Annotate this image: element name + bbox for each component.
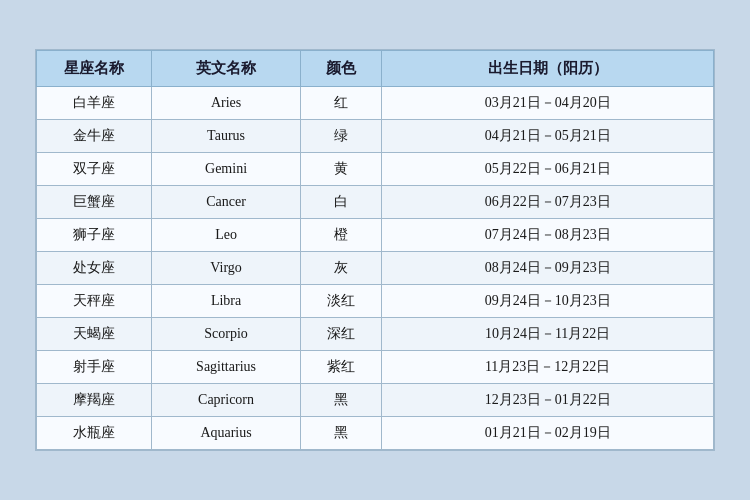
cell-color: 绿 xyxy=(301,120,382,153)
cell-zh: 狮子座 xyxy=(37,219,152,252)
cell-date: 11月23日－12月22日 xyxy=(382,351,714,384)
cell-color: 黄 xyxy=(301,153,382,186)
header-date: 出生日期（阳历） xyxy=(382,51,714,87)
table-row: 射手座Sagittarius紫红11月23日－12月22日 xyxy=(37,351,714,384)
cell-zh: 摩羯座 xyxy=(37,384,152,417)
cell-en: Leo xyxy=(152,219,301,252)
cell-en: Sagittarius xyxy=(152,351,301,384)
cell-date: 07月24日－08月23日 xyxy=(382,219,714,252)
cell-zh: 水瓶座 xyxy=(37,417,152,450)
cell-zh: 白羊座 xyxy=(37,87,152,120)
cell-en: Gemini xyxy=(152,153,301,186)
cell-color: 黑 xyxy=(301,417,382,450)
cell-zh: 巨蟹座 xyxy=(37,186,152,219)
table-row: 狮子座Leo橙07月24日－08月23日 xyxy=(37,219,714,252)
cell-color: 黑 xyxy=(301,384,382,417)
zodiac-table-container: 星座名称 英文名称 颜色 出生日期（阳历） 白羊座Aries红03月21日－04… xyxy=(35,49,715,451)
cell-date: 03月21日－04月20日 xyxy=(382,87,714,120)
header-zh: 星座名称 xyxy=(37,51,152,87)
cell-zh: 天蝎座 xyxy=(37,318,152,351)
cell-date: 01月21日－02月19日 xyxy=(382,417,714,450)
table-row: 天蝎座Scorpio深红10月24日－11月22日 xyxy=(37,318,714,351)
zodiac-table: 星座名称 英文名称 颜色 出生日期（阳历） 白羊座Aries红03月21日－04… xyxy=(36,50,714,450)
cell-en: Libra xyxy=(152,285,301,318)
cell-date: 12月23日－01月22日 xyxy=(382,384,714,417)
cell-date: 08月24日－09月23日 xyxy=(382,252,714,285)
cell-en: Aries xyxy=(152,87,301,120)
table-row: 处女座Virgo灰08月24日－09月23日 xyxy=(37,252,714,285)
cell-color: 红 xyxy=(301,87,382,120)
cell-color: 灰 xyxy=(301,252,382,285)
cell-zh: 金牛座 xyxy=(37,120,152,153)
cell-date: 06月22日－07月23日 xyxy=(382,186,714,219)
cell-date: 04月21日－05月21日 xyxy=(382,120,714,153)
cell-color: 深红 xyxy=(301,318,382,351)
cell-color: 紫红 xyxy=(301,351,382,384)
cell-en: Taurus xyxy=(152,120,301,153)
cell-zh: 处女座 xyxy=(37,252,152,285)
cell-date: 10月24日－11月22日 xyxy=(382,318,714,351)
table-row: 巨蟹座Cancer白06月22日－07月23日 xyxy=(37,186,714,219)
table-row: 白羊座Aries红03月21日－04月20日 xyxy=(37,87,714,120)
table-header-row: 星座名称 英文名称 颜色 出生日期（阳历） xyxy=(37,51,714,87)
cell-date: 09月24日－10月23日 xyxy=(382,285,714,318)
cell-en: Cancer xyxy=(152,186,301,219)
cell-color: 橙 xyxy=(301,219,382,252)
cell-en: Aquarius xyxy=(152,417,301,450)
cell-en: Capricorn xyxy=(152,384,301,417)
cell-zh: 天秤座 xyxy=(37,285,152,318)
table-row: 水瓶座Aquarius黑01月21日－02月19日 xyxy=(37,417,714,450)
cell-en: Virgo xyxy=(152,252,301,285)
table-row: 双子座Gemini黄05月22日－06月21日 xyxy=(37,153,714,186)
cell-zh: 射手座 xyxy=(37,351,152,384)
cell-color: 白 xyxy=(301,186,382,219)
table-row: 天秤座Libra淡红09月24日－10月23日 xyxy=(37,285,714,318)
header-en: 英文名称 xyxy=(152,51,301,87)
table-row: 金牛座Taurus绿04月21日－05月21日 xyxy=(37,120,714,153)
header-color: 颜色 xyxy=(301,51,382,87)
table-row: 摩羯座Capricorn黑12月23日－01月22日 xyxy=(37,384,714,417)
cell-date: 05月22日－06月21日 xyxy=(382,153,714,186)
cell-en: Scorpio xyxy=(152,318,301,351)
cell-zh: 双子座 xyxy=(37,153,152,186)
cell-color: 淡红 xyxy=(301,285,382,318)
